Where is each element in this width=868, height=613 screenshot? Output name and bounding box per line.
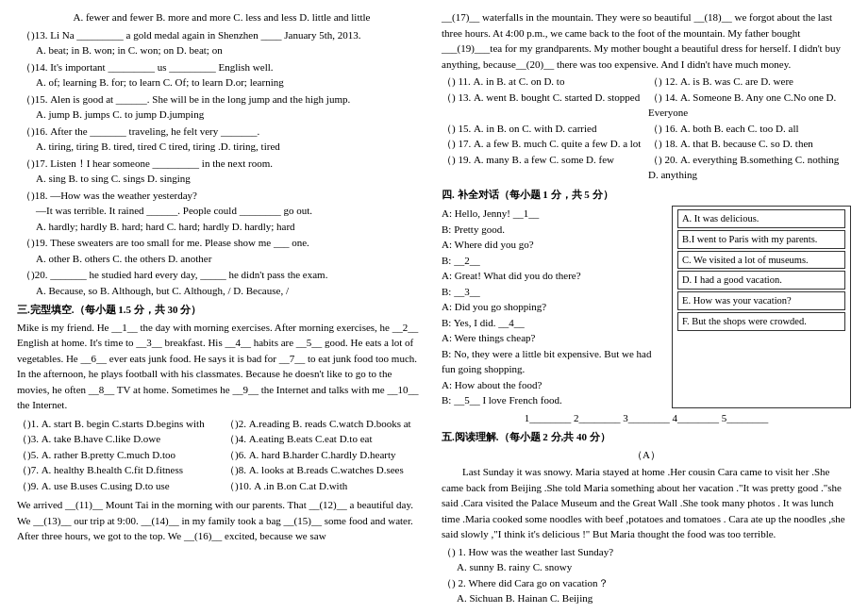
q19-choices: A. other B. others C. the others D. anot… (21, 251, 426, 267)
dialog-answer-d: D. I had a good vacation. (677, 271, 845, 290)
rq18: （) 18. A. that B. because C. so D. then (648, 136, 851, 152)
rq17: （) 17. A. a few B. much C. quite a few D… (442, 136, 644, 152)
cq4: （)4. A.eating B.eats C.eat D.to eat (225, 431, 426, 447)
left-column: A. fewer and fewer B. more and more C. l… (17, 9, 426, 613)
cq7: （)7. A. healthy B.health C.fit D.fitness (17, 462, 219, 478)
dialog-answer-e: E. How was your vacation? (677, 291, 845, 310)
q18-subtext: —It was terrible. It rained ______. Peop… (21, 203, 426, 219)
dialog-line-5: B: __3__ (442, 284, 664, 300)
q18: （)18. —How was the weather yesterday? —I… (17, 188, 426, 235)
passage2-intro: We arrived __(11)__ Mount Tai in the mor… (17, 497, 426, 544)
q19: （)19. These sweaters are too small for m… (17, 235, 426, 266)
q14-text: It's important _________ us _________ En… (50, 61, 273, 73)
rq-reading-2: （) 2. Where did Cara go on vacation？ A. … (442, 575, 851, 606)
q17-text: Listen！I hear someone _________ in the n… (50, 157, 273, 169)
cq3: （)3. A. take B.have C.like D.owe (17, 431, 219, 447)
bracket-19: （ (21, 237, 31, 248)
q16-choices: A. tiring, tiring B. tired, tired C tire… (21, 139, 426, 155)
q19-num: )19. (31, 237, 47, 248)
cq9: （)9. A. use B.uses C.using D.to use (17, 478, 219, 494)
reading-a-title: （A） (442, 447, 851, 463)
q13-choices: A. beat; in B. won; in C. won; on D. bea… (21, 42, 426, 58)
dialog-line-3: B: __2__ (442, 253, 664, 269)
reading-a-passage: Last Sunday it was snowy. Maria stayed a… (442, 464, 851, 542)
rq15: （) 15. A. in B. on C. with D. carried (442, 121, 644, 137)
q17-choices: A. sing B. to sing C. sings D. singing (21, 171, 426, 187)
rq11: （) 11. A. in B. at C. on D. to (442, 74, 644, 90)
q13-num: )13. (31, 29, 47, 41)
passage2-cont: __(17)__ waterfalls in the mountain. The… (442, 9, 851, 72)
q14: （)14. It's important _________ us ______… (17, 59, 426, 91)
rq20: （) 20. A. everything B.something C. noth… (648, 152, 851, 183)
cq6: （)6. A. hard B.harder C.hardly D.hearty (225, 447, 426, 463)
dialog-line-8: A: Were things cheap? (442, 330, 664, 346)
bracket-20: （ (21, 269, 31, 280)
q14-num: )14. (31, 61, 47, 73)
q17-num: )17. (31, 157, 47, 169)
cq2: （)2. A.reading B. reads C.watch D.books … (225, 416, 426, 432)
rq14: （) 14. A. Someone B. Any one C.No one D.… (648, 90, 851, 121)
q20-choices: A. Because, so B. Although, but C. Altho… (21, 283, 426, 299)
dialog-line-0: A: Hello, Jenny! __1__ (442, 206, 664, 222)
main-page: A. fewer and fewer B. more and more C. l… (17, 9, 851, 613)
rq12: （) 12. A. is B. was C. are D. were (648, 74, 851, 90)
reading-questions: （) 1. How was the weather last Sunday? A… (442, 544, 851, 606)
dialog-answer-c: C. We visited a lot of museums. (677, 251, 845, 270)
dialog-line-9: B: No, they were a little bit expensive.… (442, 346, 664, 377)
rq-reading-1: （) 1. How was the weather last Sunday? A… (442, 544, 851, 575)
q13: （)13. Li Na _________ a gold medal again… (17, 27, 426, 58)
dialog-answer-box: A. It was delicious. B.I went to Paris w… (672, 206, 851, 408)
right-questions-11-20: （) 11. A. in B. at C. on D. to （) 12. A.… (442, 74, 851, 183)
q18-choices: A. hardly; hardly B. hard; hard C. hard;… (21, 219, 426, 235)
q20-num: )20. (31, 269, 47, 280)
bracket-13: （ (21, 29, 31, 41)
section3-title: 三.完型填空.（每小题 1.5 分，共 30 分） (17, 302, 426, 318)
rq13: （) 13. A. went B. bought C. started D. s… (442, 90, 644, 121)
cq10: （)10. A .in B.on C.at D.with (225, 478, 426, 494)
dialog-line-1: B: Pretty good. (442, 222, 664, 238)
dialog-line-11: B: __5__ I love French food. (442, 392, 664, 408)
dialog-line-7: B: Yes, I did. __4__ (442, 315, 664, 331)
dialog-line-2: A: Where did you go? (442, 237, 664, 253)
dialog-section: A: Hello, Jenny! __1__ B: Pretty good. A… (442, 206, 851, 408)
q15-text: Alen is good at ______. She will be in t… (50, 93, 350, 105)
rq19: （) 19. A. many B. a few C. some D. few (442, 152, 644, 183)
q14-choices: A. of; learning B. for; to learn C. Of; … (21, 75, 426, 91)
dialog-blanks: 1________ 2________ 3________ 4________ … (442, 410, 851, 426)
section4-title: 四. 补全对话（每小题 1 分，共 5 分） (442, 187, 851, 203)
dialog-line-6: A: Did you go shopping? (442, 299, 664, 315)
q18-num: )18. (31, 190, 47, 201)
right-column: __(17)__ waterfalls in the mountain. The… (442, 9, 851, 613)
dialog-left: A: Hello, Jenny! __1__ B: Pretty good. A… (442, 206, 664, 408)
bracket-15: （ (21, 93, 31, 105)
dialog-answer-a: A. It was delicious. (677, 209, 845, 228)
q19-text: These sweaters are too small for me. Ple… (50, 237, 309, 248)
q15: （)15. Alen is good at ______. She will b… (17, 91, 426, 123)
q17: （)17. Listen！I hear someone _________ in… (17, 156, 426, 187)
bracket-16: （ (21, 125, 31, 137)
q16-text: After the _______ traveling, he felt ver… (50, 125, 259, 137)
cloze-questions: （)1. A. start B. begin C.starts D.begins… (17, 416, 426, 494)
bracket-17: （ (21, 157, 31, 169)
dialog-answer-f: F. But the shops were crowded. (677, 312, 845, 331)
cq5: （)5. A. rather B.pretty C.much D.too (17, 447, 219, 463)
q20-text: _______ he studied hard every day, _____… (50, 269, 327, 280)
header-line: A. fewer and fewer B. more and more C. l… (17, 9, 426, 25)
q20: （)20. _______ he studied hard every day,… (17, 267, 426, 298)
dialog-line-4: A: Great! What did you do there? (442, 268, 664, 284)
cloze-passage: Mike is my friend. He __1__ the day with… (17, 320, 426, 413)
cq1: （)1. A. start B. begin C.starts D.begins… (17, 416, 219, 432)
section5-title: 五.阅读理解.（每小题 2 分,共 40 分） (442, 429, 851, 445)
dialog-line-10: A: How about the food? (442, 377, 664, 393)
cq8: （)8. A. looks at B.reads C.watches D.see… (225, 462, 426, 478)
q18-text: —How was the weather yesterday? (50, 190, 197, 201)
q13-text: Li Na _________ a gold medal again in Sh… (50, 29, 360, 41)
q16-num: )16. (31, 125, 47, 137)
rq16: （) 16. A. both B. each C. too D. all (648, 121, 851, 137)
bracket-14: （ (21, 61, 31, 73)
q16: （)16. After the _______ traveling, he fe… (17, 124, 426, 155)
dialog-answer-b: B.I went to Paris with my parents. (677, 230, 845, 249)
q15-num: )15. (31, 93, 47, 105)
bracket-18: （ (21, 190, 31, 201)
questions-13-20: （)13. Li Na _________ a gold medal again… (17, 27, 426, 299)
